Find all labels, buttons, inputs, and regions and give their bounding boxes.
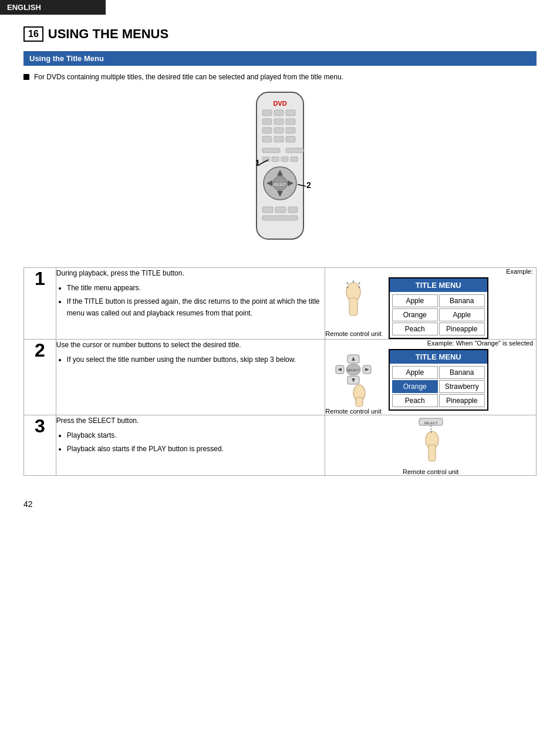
svg-rect-2 <box>262 110 272 116</box>
menu-item-1-0: Apple <box>392 294 438 307</box>
step-2-text: Use the cursor or number buttons to sele… <box>56 340 325 415</box>
page-number: 42 <box>23 499 537 509</box>
step-3-bullet-1: Playback starts. <box>67 430 325 441</box>
step-1-visual-row: Remote control unit TITLE MENU Apple Ban… <box>325 277 536 339</box>
svg-text:DVD: DVD <box>273 100 286 107</box>
step-2-visual-row: SELECT Remote control unit <box>325 349 536 415</box>
svg-rect-3 <box>274 110 284 116</box>
step-2-remote-label: Remote control unit <box>325 408 381 415</box>
example-label-2: Example: When "Orange" is selected <box>325 340 536 347</box>
svg-rect-14 <box>262 148 280 153</box>
svg-rect-19 <box>291 157 298 162</box>
step-1-bullet-1: The title menu appears. <box>67 283 325 294</box>
menu-item-2-1: Banana <box>439 366 485 379</box>
svg-rect-28 <box>275 207 286 213</box>
step-1-hand: Remote control unit <box>325 277 381 337</box>
step-3-row: 3 Press the SELECT button. Playback star… <box>24 415 537 476</box>
description: For DVDs containing multiple titles, the… <box>23 73 537 81</box>
menu-item-1-5: Pineapple <box>439 323 485 335</box>
bullet-icon <box>23 74 29 80</box>
svg-point-41 <box>359 287 360 288</box>
step-1-visual: Example: <box>325 268 537 340</box>
step-3-remote-label: Remote control unit <box>403 468 458 475</box>
step-2-bullets: If you select the title number using the… <box>67 354 325 365</box>
remote-diagram-area: DVD <box>23 89 537 256</box>
step-3-number: 3 <box>24 415 56 476</box>
svg-rect-57 <box>429 445 436 461</box>
section-title-text: USING THE MENUS <box>48 26 168 42</box>
title-menu-2-header: TITLE MENU <box>390 350 487 364</box>
svg-point-40 <box>347 287 349 288</box>
title-menu-1: TITLE MENU Apple Banana Orange Apple Pea… <box>389 277 488 339</box>
menu-item-2-3: Strawberry <box>439 380 485 393</box>
step-1-remote-label: Remote control unit <box>325 330 381 337</box>
step-1-text: During playback, press the TITLE button.… <box>56 268 325 340</box>
svg-text:SELECT: SELECT <box>424 421 438 425</box>
step-2-main: Use the cursor or number buttons to sele… <box>56 340 325 351</box>
step-1-number: 1 <box>24 268 56 340</box>
step-2-bullet-1: If you select the title number using the… <box>67 354 325 365</box>
step-3-bullet-2: Playback also starts if the PLAY button … <box>67 444 325 455</box>
step-2-number: 2 <box>24 340 56 415</box>
step-3-visual: SELECT Remote control unit <box>325 415 537 476</box>
svg-rect-9 <box>274 127 284 133</box>
svg-rect-4 <box>286 110 295 116</box>
step-2-hand: SELECT Remote control unit <box>325 349 381 415</box>
subsection-header: Using the Title Menu <box>23 51 537 66</box>
svg-rect-11 <box>262 136 272 142</box>
menu-item-1-3: Apple <box>439 308 485 321</box>
svg-rect-53 <box>356 397 363 407</box>
svg-rect-5 <box>262 119 272 125</box>
svg-rect-8 <box>262 127 272 133</box>
svg-text:SELECT: SELECT <box>273 183 287 186</box>
svg-rect-27 <box>262 207 273 213</box>
step-3-text: Press the SELECT button. Playback starts… <box>56 415 325 476</box>
steps-table: 1 During playback, press the TITLE butto… <box>23 267 537 476</box>
language-label: ENGLISH <box>7 3 41 12</box>
svg-point-37 <box>347 283 349 284</box>
svg-rect-17 <box>272 157 279 162</box>
step-2-visual: Example: When "Orange" is selected SE <box>325 340 537 415</box>
header-bar: ENGLISH <box>0 0 106 15</box>
step-1-row: 1 During playback, press the TITLE butto… <box>24 268 537 340</box>
svg-rect-36 <box>349 298 357 315</box>
svg-rect-18 <box>281 157 288 162</box>
svg-rect-29 <box>288 207 298 213</box>
svg-point-38 <box>353 281 355 283</box>
step-1-bullet-2: If the TITLE button is pressed again, th… <box>67 296 325 318</box>
menu-item-2-0: Apple <box>392 366 438 379</box>
section-number: 16 <box>23 26 43 42</box>
menu-item-1-1: Banana <box>439 294 485 307</box>
svg-rect-6 <box>274 119 284 125</box>
svg-point-39 <box>359 283 360 284</box>
svg-text:SELECT: SELECT <box>347 368 360 372</box>
example-label-1: Example: <box>325 268 536 275</box>
svg-text:2: 2 <box>306 180 311 190</box>
menu-item-2-2: Orange <box>392 380 438 393</box>
svg-rect-30 <box>262 216 298 220</box>
title-menu-2: TITLE MENU Apple Banana Orange Strawberr… <box>389 349 488 411</box>
menu-item-1-2: Orange <box>392 308 438 321</box>
description-text: For DVDs containing multiple titles, the… <box>34 73 343 81</box>
step-3-main: Press the SELECT button. <box>56 415 325 427</box>
remote-control-svg: DVD <box>227 89 333 254</box>
svg-rect-7 <box>286 119 295 125</box>
svg-rect-10 <box>286 127 295 133</box>
svg-rect-13 <box>286 136 295 142</box>
step-3-hand: SELECT Remote control unit <box>325 415 536 475</box>
svg-rect-12 <box>274 136 284 142</box>
step-1-bullets: The title menu appears. If the TITLE but… <box>67 283 325 319</box>
menu-item-2-5: Pineapple <box>439 394 485 407</box>
step-2-row: 2 Use the cursor or number buttons to se… <box>24 340 537 415</box>
section-title: 16 USING THE MENUS <box>23 26 537 42</box>
svg-rect-15 <box>286 148 303 153</box>
svg-text:1: 1 <box>255 158 260 167</box>
step-3-bullets: Playback starts. Playback also starts if… <box>67 430 325 455</box>
title-menu-1-header: TITLE MENU <box>390 278 487 292</box>
menu-item-2-4: Peach <box>392 394 438 407</box>
step-1-main: During playback, press the TITLE button. <box>56 268 325 279</box>
menu-item-1-4: Peach <box>392 323 438 335</box>
